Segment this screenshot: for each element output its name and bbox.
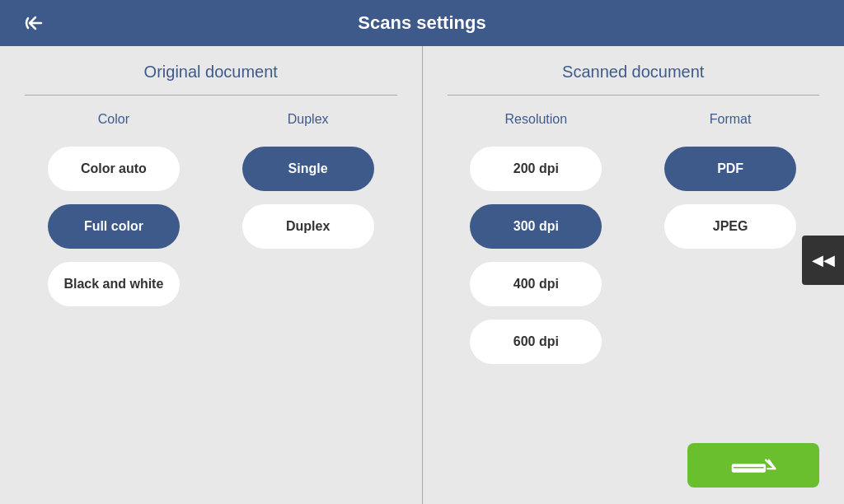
app-container: Scans settings Original document Color C… (0, 0, 844, 504)
main-content: Original document Color Color auto Full … (0, 46, 844, 504)
400dpi-button[interactable]: 400 dpi (470, 262, 602, 306)
duplex-column: Duplex Single Duplex (219, 112, 397, 488)
left-section-title: Original document (25, 63, 397, 82)
color-auto-button[interactable]: Color auto (48, 147, 180, 191)
fast-forward-icon: ◀◀ (812, 251, 835, 269)
right-columns: Resolution 200 dpi 300 dpi 400 dpi 600 d… (448, 112, 820, 488)
back-button[interactable] (16, 5, 53, 41)
single-button[interactable]: Single (242, 147, 374, 191)
pdf-button[interactable]: PDF (664, 147, 796, 191)
page-title: Scans settings (358, 12, 485, 34)
fast-forward-button[interactable]: ◀◀ (802, 236, 844, 285)
resolution-label: Resolution (505, 112, 568, 127)
format-label: Format (710, 112, 752, 127)
200dpi-button[interactable]: 200 dpi (470, 147, 602, 191)
right-section-title: Scanned document (448, 63, 820, 82)
resolution-column: Resolution 200 dpi 300 dpi 400 dpi 600 d… (448, 112, 626, 488)
duplex-label: Duplex (288, 112, 329, 127)
duplex-button[interactable]: Duplex (242, 204, 374, 249)
300dpi-button[interactable]: 300 dpi (470, 204, 602, 249)
scan-button[interactable] (687, 443, 819, 488)
right-panel: Scanned document ◀◀ Resolution 200 dpi 3… (422, 46, 845, 504)
right-divider (448, 95, 820, 96)
color-column: Color Color auto Full color Black and wh… (25, 112, 203, 488)
jpeg-button[interactable]: JPEG (664, 204, 796, 249)
left-columns: Color Color auto Full color Black and wh… (25, 112, 397, 488)
header: Scans settings (0, 0, 844, 46)
600dpi-button[interactable]: 600 dpi (470, 320, 602, 364)
left-divider (25, 95, 397, 96)
scanner-icon (729, 451, 778, 479)
left-panel: Original document Color Color auto Full … (0, 46, 422, 504)
full-color-button[interactable]: Full color (48, 204, 180, 249)
format-column: Format PDF JPEG (641, 112, 819, 488)
color-label: Color (98, 112, 129, 127)
black-white-button[interactable]: Black and white (48, 262, 180, 306)
